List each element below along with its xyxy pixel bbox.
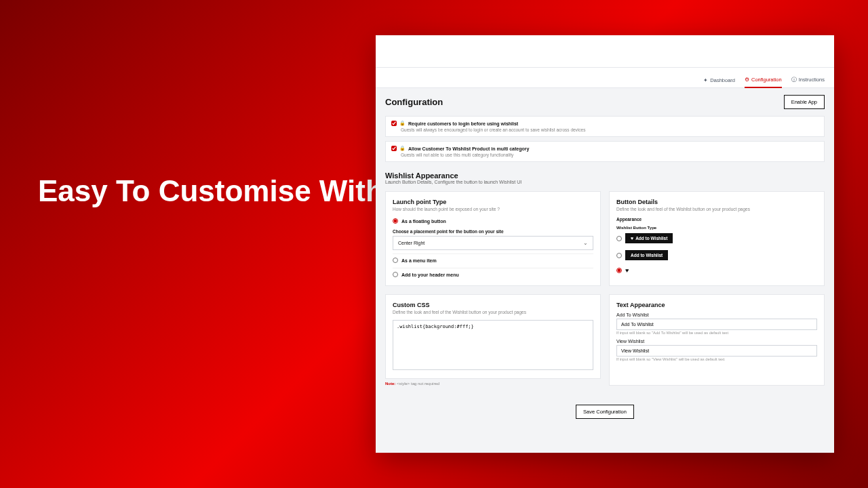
radio-input[interactable] (616, 253, 622, 258)
custom-css-textarea[interactable] (393, 320, 593, 370)
panel-heading: Custom CSS (393, 302, 593, 308)
save-configuration-button[interactable]: Save Configuration (576, 405, 634, 419)
placement-label: Choose a placement point for the button … (393, 229, 593, 234)
add-wishlist-label: Add To Wishlist (616, 312, 817, 317)
lock-icon: 🔒 (399, 146, 406, 151)
app-window: ✦ Dashboard ⚙ Configuration ⓘ Instructio… (376, 35, 834, 453)
button-type-label: Wishlist Button Type (616, 226, 817, 230)
tab-label: Configuration (751, 77, 782, 83)
lock-icon: 🔒 (399, 121, 406, 126)
tab-label: Dashboard (710, 77, 735, 83)
radio-button-style-1[interactable]: ♥ Add to Wishlist (616, 232, 817, 245)
panel-button-details: Button Details Define the look and feel … (609, 191, 825, 286)
panel-subtitle: Define the look and feel of the Wishlist… (616, 207, 817, 211)
view-wishlist-label: View Wishlist (616, 339, 817, 344)
add-wishlist-hint: If input will blank so "Add To Wishlist"… (616, 331, 817, 335)
page-title: Configuration (385, 97, 443, 107)
radio-label: As a menu item (401, 258, 437, 263)
panel-heading: Launch point Type (393, 199, 593, 205)
note-text: <style> tag not required (395, 382, 439, 386)
add-wishlist-input[interactable] (616, 319, 817, 330)
preview-label: Add to Wishlist (635, 236, 667, 241)
panel-subtitle: Define the look and feel of the Wishlist… (393, 310, 593, 314)
placement-select[interactable]: Center Right ⌄ (393, 236, 593, 250)
panel-launch-type: Launch point Type How should the launch … (385, 191, 601, 286)
panel-text-appearance: Text Appearance Add To Wishlist If input… (609, 294, 825, 386)
panel-subtitle: How should the launch point be exposed o… (393, 207, 593, 211)
checkbox-row[interactable]: 🔒 Require customers to login before usin… (391, 121, 818, 126)
enable-app-button[interactable]: Enable App (784, 95, 825, 109)
checkbox-label: Require customers to login before using … (408, 121, 518, 126)
panel-heading: Button Details (616, 199, 817, 205)
info-icon: ⓘ (791, 76, 797, 83)
panel-heading: Text Appearance (616, 302, 817, 308)
dashboard-icon: ✦ (703, 77, 708, 83)
preview-button-plain: Add to Wishlist (625, 250, 668, 260)
panel-custom-css: Custom CSS Define the look and feel of t… (385, 294, 601, 379)
view-wishlist-input[interactable] (616, 345, 817, 357)
radio-label: As a floating button (401, 219, 446, 224)
require-login-checkbox[interactable] (391, 121, 397, 126)
css-note: Note: <style> tag not required (385, 382, 601, 386)
checkbox-row[interactable]: 🔒 Allow Customer To Wishlist Product in … (391, 146, 818, 151)
radio-label: Add to your header menu (401, 272, 459, 277)
note-prefix: Note: (385, 382, 395, 386)
tab-configuration[interactable]: ⚙ Configuration (745, 77, 782, 88)
appearance-label: Appearance (616, 217, 817, 222)
heart-icon: ♥ (631, 236, 633, 241)
nav-tabs: ✦ Dashboard ⚙ Configuration ⓘ Instructio… (376, 68, 834, 88)
radio-input[interactable] (393, 218, 398, 224)
preview-button-heart: ♥ Add to Wishlist (625, 233, 673, 243)
preview-label: Add to Wishlist (631, 253, 663, 258)
radio-menu-item[interactable]: As a menu item (393, 253, 593, 264)
section-subtitle: Launch Button Details, Configure the but… (385, 180, 825, 184)
checkbox-help: Guests will always be encouraged to logi… (401, 127, 818, 132)
option-multi-category: 🔒 Allow Customer To Wishlist Product in … (385, 141, 825, 162)
radio-input[interactable] (393, 272, 398, 277)
view-wishlist-hint: If input will blank so "View Wishlist" w… (616, 357, 817, 361)
chevron-down-icon: ⌄ (583, 240, 588, 246)
multi-category-checkbox[interactable] (391, 146, 397, 151)
tab-dashboard[interactable]: ✦ Dashboard (703, 77, 735, 87)
radio-input[interactable] (616, 236, 622, 241)
select-value: Center Right (398, 241, 425, 245)
radio-button-style-3[interactable]: ♥ (616, 266, 817, 275)
radio-floating[interactable]: As a floating button (393, 217, 593, 225)
tab-instructions[interactable]: ⓘ Instructions (791, 76, 825, 87)
radio-input[interactable] (393, 258, 398, 263)
checkbox-help: Guests will not able to use this multi c… (401, 152, 818, 157)
gear-icon: ⚙ (745, 77, 749, 83)
radio-input[interactable] (616, 268, 622, 273)
section-title: Wishlist Appearance (385, 171, 825, 180)
radio-header-menu[interactable]: Add to your header menu (393, 268, 593, 279)
heart-icon: ♥ (625, 267, 629, 274)
checkbox-label: Allow Customer To Wishlist Product in mu… (408, 146, 529, 151)
tab-label: Instructions (799, 77, 825, 83)
topbar (376, 35, 834, 68)
radio-button-style-2[interactable]: Add to Wishlist (616, 249, 817, 262)
option-login-required: 🔒 Require customers to login before usin… (385, 116, 825, 137)
content: Configuration Enable App 🔒 Require custo… (376, 88, 834, 445)
